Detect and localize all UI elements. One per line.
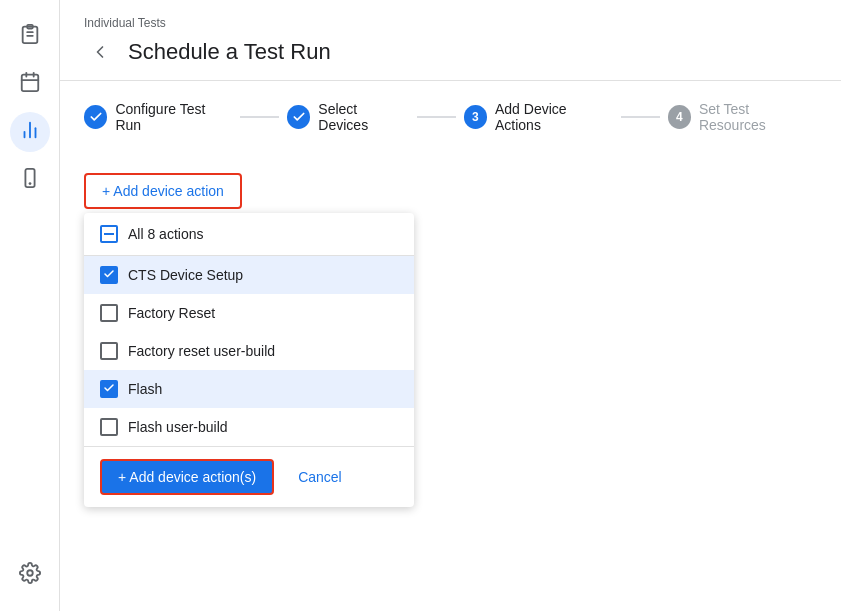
all-actions-label: All 8 actions: [128, 226, 203, 242]
connector-3: [621, 116, 660, 118]
sidebar-item-settings[interactable]: [10, 555, 50, 595]
svg-rect-4: [21, 74, 38, 91]
connector-2: [417, 116, 456, 118]
step-3-number: 3: [472, 110, 479, 124]
chart-icon: [19, 119, 41, 146]
dropdown-panel: All 8 actions CTS Device Setup: [84, 213, 414, 507]
factory-reset-checkbox[interactable]: [100, 304, 118, 322]
step-configure: Configure Test Run: [84, 101, 232, 133]
dropdown-header[interactable]: All 8 actions: [84, 213, 414, 256]
indeterminate-mark: [104, 233, 114, 235]
step-4-number: 4: [676, 110, 683, 124]
add-actions-button[interactable]: + Add device action(s): [100, 459, 274, 495]
main-content: Individual Tests Schedule a Test Run Con…: [60, 0, 841, 611]
step-3-circle: 3: [464, 105, 487, 129]
sidebar-item-chart[interactable]: [10, 112, 50, 152]
cts-checkbox[interactable]: [100, 266, 118, 284]
step-2-label: Select Devices: [318, 101, 408, 133]
list-item-factory-reset[interactable]: Factory Reset: [84, 294, 414, 332]
flash-checkbox[interactable]: [100, 380, 118, 398]
cancel-button[interactable]: Cancel: [286, 461, 354, 493]
sidebar-item-clipboard[interactable]: [10, 16, 50, 56]
content-area: + Add device action All 8 actions: [60, 153, 841, 611]
cts-checkmark: [103, 268, 115, 283]
svg-point-13: [27, 570, 33, 576]
cts-label: CTS Device Setup: [128, 267, 243, 283]
flash-user-label: Flash user-build: [128, 419, 228, 435]
list-item-flash[interactable]: Flash: [84, 370, 414, 408]
add-device-action-button[interactable]: + Add device action: [84, 173, 242, 209]
step-set-resources: 4 Set Test Resources: [668, 101, 817, 133]
sidebar-item-phone[interactable]: [10, 160, 50, 200]
list-item-factory-reset-user[interactable]: Factory reset user-build: [84, 332, 414, 370]
header: Individual Tests Schedule a Test Run: [60, 0, 841, 81]
flash-user-checkbox[interactable]: [100, 418, 118, 436]
back-button[interactable]: [84, 36, 116, 68]
step-4-label: Set Test Resources: [699, 101, 817, 133]
step-select-devices: Select Devices: [287, 101, 409, 133]
list-item-flash-user[interactable]: Flash user-build: [84, 408, 414, 446]
factory-reset-user-checkbox[interactable]: [100, 342, 118, 360]
list-item-cts[interactable]: CTS Device Setup: [84, 256, 414, 294]
connector-1: [240, 116, 279, 118]
page-title: Schedule a Test Run: [128, 39, 331, 65]
breadcrumb: Individual Tests: [84, 16, 817, 30]
step-1-circle: [84, 105, 107, 129]
factory-reset-label: Factory Reset: [128, 305, 215, 321]
settings-icon: [19, 562, 41, 589]
sidebar: [0, 0, 60, 611]
flash-checkmark: [103, 382, 115, 397]
dropdown-footer: + Add device action(s) Cancel: [84, 446, 414, 507]
step-add-device-actions: 3 Add Device Actions: [464, 101, 613, 133]
sidebar-item-calendar[interactable]: [10, 64, 50, 104]
step-4-circle: 4: [668, 105, 691, 129]
flash-label: Flash: [128, 381, 162, 397]
calendar-icon: [19, 71, 41, 98]
step-2-circle: [287, 105, 310, 129]
step-3-label: Add Device Actions: [495, 101, 613, 133]
factory-reset-user-label: Factory reset user-build: [128, 343, 275, 359]
all-actions-checkbox[interactable]: [100, 225, 118, 243]
stepper: Configure Test Run Select Devices 3 Add …: [60, 81, 841, 153]
step-1-label: Configure Test Run: [115, 101, 232, 133]
dropdown-list: CTS Device Setup Factory Reset Factory r…: [84, 256, 414, 446]
clipboard-icon: [19, 23, 41, 50]
phone-icon: [19, 167, 41, 194]
